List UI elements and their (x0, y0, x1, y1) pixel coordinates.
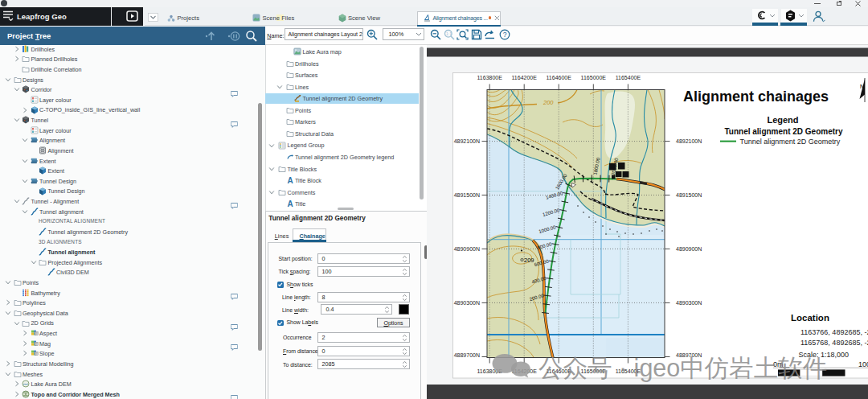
svg-text:Tunnel alignment 2D Geometry: Tunnel alignment 2D Geometry (724, 127, 842, 136)
svg-text:4889700N: 4889700N (454, 352, 480, 358)
svg-text:1164200E: 1164200E (511, 75, 537, 80)
svg-text:1163766, 4892685, -24: 1163766, 4892685, -24 (800, 328, 868, 336)
svg-text:1165000E: 1165000E (581, 75, 607, 80)
svg-text:Location: Location (791, 313, 829, 323)
svg-text:A: A (287, 176, 293, 184)
svg-text:4890900N: 4890900N (454, 246, 480, 252)
svg-text:4890300N: 4890300N (454, 300, 480, 306)
svg-text:1165400E: 1165400E (616, 75, 641, 80)
svg-text:4892100N: 4892100N (676, 138, 702, 144)
svg-text:209: 209 (524, 257, 534, 264)
svg-text:1165768, 4892685, -24: 1165768, 4892685, -24 (800, 339, 868, 347)
svg-text:A: A (287, 200, 293, 208)
svg-text:Tunnel alignment 2D Geometry: Tunnel alignment 2D Geometry (740, 138, 841, 146)
svg-text:4891500N: 4891500N (676, 192, 702, 198)
svg-text:4892100N: 4892100N (454, 138, 480, 144)
svg-text:Alignment chainages: Alignment chainages (683, 88, 829, 105)
svg-text:1164600E: 1164600E (546, 75, 571, 80)
svg-text:1:1: 1:1 (446, 31, 452, 36)
svg-text:N: N (860, 84, 864, 89)
svg-text:4890300N: 4890300N (676, 300, 702, 306)
svg-text:100: 100 (858, 360, 868, 368)
svg-text:200: 200 (542, 99, 554, 106)
svg-text:Legend: Legend (767, 115, 798, 125)
svg-text:4890900N: 4890900N (676, 246, 702, 252)
svg-text:4891500N: 4891500N (454, 192, 480, 198)
svg-text:?: ? (503, 31, 507, 39)
svg-text:1163800E: 1163800E (477, 75, 502, 80)
